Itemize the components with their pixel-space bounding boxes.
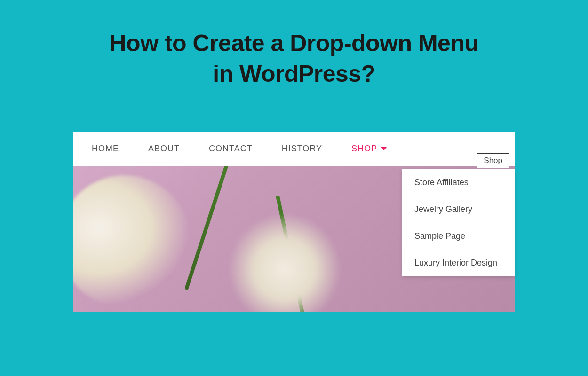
dropdown-item-sample-page[interactable]: Sample Page [402,223,515,250]
caret-down-icon [381,147,387,150]
dropdown-item-store-affiliates[interactable]: Store Affiliates [402,169,515,196]
flower-stem [276,195,307,312]
nav-item-shop-label: SHOP [351,144,377,154]
demo-screenshot: HOME ABOUT CONTACT HISTORY SHOP Shop Sto… [73,132,515,312]
title-line1: How to Create a Drop-down Menu [110,30,479,56]
shop-dropdown: Shop Store Affiliates Jewelry Gallery Sa… [402,169,515,276]
main-navbar: HOME ABOUT CONTACT HISTORY SHOP [73,132,515,166]
nav-item-shop[interactable]: SHOP [351,144,387,154]
flower-stem [184,166,229,290]
nav-item-home[interactable]: HOME [92,144,119,154]
dropdown-item-jewelry-gallery[interactable]: Jewelry Gallery [402,196,515,223]
dropdown-item-luxury-interior[interactable]: Luxury Interior Design [402,250,515,276]
nav-item-contact[interactable]: CONTACT [209,144,253,154]
tooltip: Shop [477,153,509,168]
nav-item-history[interactable]: HISTORY [282,144,322,154]
nav-item-about[interactable]: ABOUT [148,144,180,154]
title-line2: in WordPress? [213,61,375,87]
page-title: How to Create a Drop-down Menu in WordPr… [0,0,588,89]
